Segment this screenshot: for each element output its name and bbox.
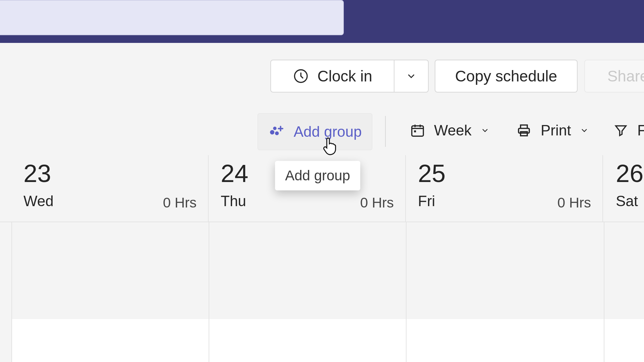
schedule-row [11,319,644,362]
clock-in-label: Clock in [317,67,372,85]
clock-in-button[interactable]: Clock in [270,60,394,93]
copy-schedule-label: Copy schedule [455,67,557,85]
day-number: 25 [418,159,445,188]
day-name: Wed [23,193,54,209]
app-header [0,0,644,43]
grid-line [11,222,12,362]
day-name: Sat [616,193,638,209]
svg-rect-5 [414,130,416,132]
day-hours: 0 Hrs [163,195,197,211]
schedule-row-empty [11,222,644,316]
share-label: Share [607,67,644,85]
shifts-canvas: Clock in Copy schedule Share Add group [0,43,644,362]
clock-in-dropdown[interactable] [394,60,429,93]
day-name: Thu [221,193,246,209]
action-bar: Clock in Copy schedule Share [0,60,644,93]
day-number: 23 [23,159,51,188]
day-hours: 0 Hrs [557,195,591,211]
svg-rect-7 [521,132,527,136]
share-button[interactable]: Share [584,60,644,93]
day-number: 26 [616,159,643,188]
calendar-icon [410,123,425,138]
day-name: Fri [418,193,435,209]
chevron-down-icon [406,70,417,82]
grid-line [604,222,604,362]
grid-line [209,222,209,362]
clock-icon [292,68,309,84]
day-number: 24 [221,159,248,188]
day-header-cell[interactable]: 25 Fri 0 Hrs [406,155,603,222]
svg-point-2 [275,131,279,135]
add-group-tooltip: Add group [275,161,360,190]
svg-rect-4 [412,126,424,136]
people-plus-icon [268,125,285,138]
tooltip-text: Add group [285,168,350,183]
print-button[interactable]: Print [506,116,598,145]
day-header-cell[interactable]: 23 Wed 0 Hrs [11,155,209,222]
search-input[interactable] [0,0,344,35]
view-switch-button[interactable]: Week [400,116,499,145]
day-hours: 0 Hrs [360,195,394,211]
view-toolbar: Add group Week Print [0,113,644,154]
add-group-label: Add group [293,123,362,140]
filter-label: F [637,122,644,139]
chevron-down-icon [580,126,589,135]
day-header-cell[interactable]: 26 Sat [604,155,644,222]
grid-line [406,222,407,362]
filter-button[interactable]: F [604,116,644,145]
svg-point-3 [273,127,277,130]
copy-schedule-button[interactable]: Copy schedule [435,60,578,93]
svg-point-1 [270,130,274,134]
print-label: Print [541,122,571,139]
add-group-button[interactable]: Add group [258,113,372,150]
printer-icon [516,122,532,138]
toolbar-divider [385,116,386,147]
view-switch-label: Week [434,122,472,139]
filter-icon [613,123,629,138]
chevron-down-icon [480,126,490,135]
